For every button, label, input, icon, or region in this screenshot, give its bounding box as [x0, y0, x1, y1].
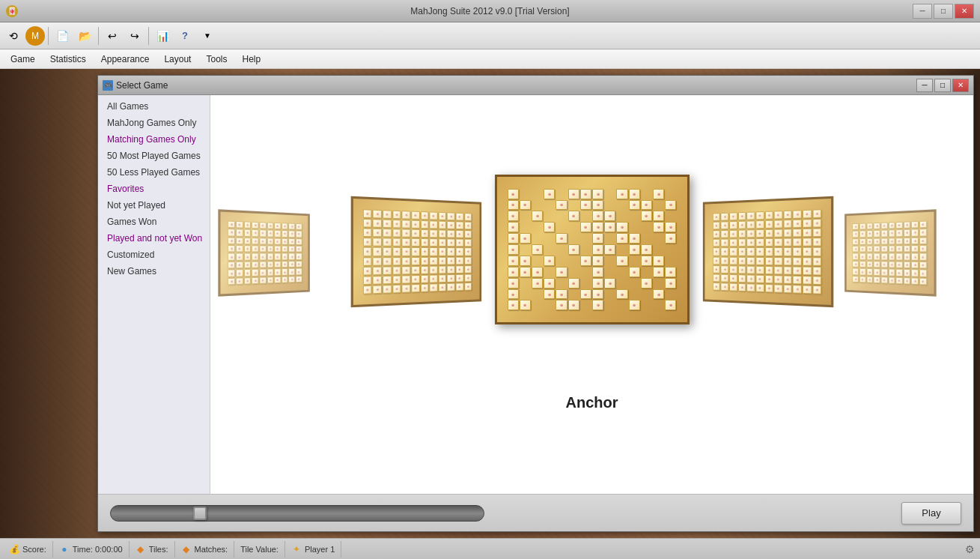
dialog-restore-button[interactable]: □	[934, 79, 951, 92]
game-card-center[interactable]: // Create anchor-like sparse pattern con…	[495, 175, 690, 324]
select-game-dialog: 🎮 Select Game ─ □ ✕ All Games MahJong Ga…	[97, 75, 974, 532]
game-card-left[interactable]: document.write(Array(108).fill('<div sty…	[350, 196, 481, 308]
tiles-label: Tiles:	[149, 545, 168, 554]
help-menu[interactable]: Help	[234, 52, 268, 67]
list-item-customized[interactable]: Customized	[98, 247, 210, 263]
help-button-toolbar[interactable]: ?	[174, 25, 195, 46]
status-bar: 💰 Score: ● Time: 0:00:00 ◆ Tiles: ◆ Matc…	[0, 538, 980, 559]
game-card-far-left[interactable]: document.write(Array(80).fill('<div styl…	[218, 209, 310, 296]
game-menu[interactable]: Game	[3, 52, 43, 67]
close-window-button[interactable]: ✕	[955, 4, 974, 19]
game-card-far-right[interactable]: document.write(Array(80).fill('<div styl…	[844, 209, 937, 296]
window-controls: ─ □ ✕	[913, 4, 974, 19]
status-time: ● Time: 0:00:00	[53, 541, 130, 558]
title-bar: 🀄 MahJong Suite 2012 v9.0 [Trial Version…	[0, 0, 980, 22]
status-player: ✦ Player 1	[285, 541, 341, 558]
status-score: 💰 Score:	[3, 541, 53, 558]
player-icon: ✦	[291, 544, 302, 555]
redo-button[interactable]: ↪	[124, 25, 145, 46]
slider-track[interactable]	[110, 505, 484, 522]
list-item-mahjong-only[interactable]: MahJong Games Only	[98, 115, 210, 131]
stats-button[interactable]: 📊	[152, 25, 173, 46]
game-name: Anchor	[210, 394, 973, 411]
game-list: All Games MahJong Games Only Matching Ga…	[98, 95, 210, 494]
quick-toolbar: ⟲ M 📄 📂 ↩ ↪ 📊 ? ▼	[0, 22, 980, 49]
toolbar-sep-2	[98, 27, 99, 45]
play-button[interactable]: Play	[901, 502, 961, 525]
tools-menu[interactable]: Tools	[198, 52, 234, 67]
appearance-menu[interactable]: Appearance	[94, 52, 157, 67]
dialog-title: Select Game	[116, 80, 168, 91]
game-preview: document.write(Array(80).fill('<div styl…	[210, 95, 973, 494]
list-item-favorites[interactable]: Favorites	[98, 181, 210, 197]
list-item-games-won[interactable]: Games Won	[98, 214, 210, 230]
list-item-matching-only[interactable]: Matching Games Only	[98, 131, 210, 148]
window-title: MahJong Suite 2012 v9.0 [Trial Version]	[410, 6, 569, 16]
list-item-all-games[interactable]: All Games	[98, 98, 210, 115]
toolbar-sep-3	[148, 27, 149, 45]
game-card-right[interactable]: document.write(Array(108).fill('<div sty…	[702, 196, 833, 308]
slider-thumb[interactable]	[193, 507, 207, 520]
status-tiles: ◆ Tiles:	[130, 541, 175, 558]
list-item-not-played[interactable]: Not yet Played	[98, 197, 210, 214]
time-label: Time: 0:00:00	[73, 545, 123, 554]
dialog-close-button[interactable]: ✕	[952, 79, 969, 92]
main-area: 🎮 Select Game ─ □ ✕ All Games MahJong Ga…	[0, 69, 980, 538]
app-logo-button[interactable]: M	[25, 26, 45, 46]
dialog-minimize-button[interactable]: ─	[916, 79, 933, 92]
matches-label: Matches:	[195, 545, 228, 554]
list-item-50-most[interactable]: 50 Most Played Games	[98, 148, 210, 164]
carousel-area: document.write(Array(80).fill('<div styl…	[210, 95, 973, 419]
back-button[interactable]: ⟲	[3, 25, 24, 46]
restore-button[interactable]: □	[934, 4, 953, 19]
score-icon: 💰	[9, 544, 19, 555]
list-item-50-less[interactable]: 50 Less Played Games	[98, 164, 210, 181]
open-button[interactable]: 📂	[74, 25, 95, 46]
dialog-icon: 🎮	[103, 80, 113, 91]
undo-button[interactable]: ↩	[102, 25, 123, 46]
statistics-menu[interactable]: Statistics	[43, 52, 94, 67]
menu-bar: Game Statistics Appearance Layout Tools …	[0, 49, 980, 69]
dialog-content: All Games MahJong Games Only Matching Ga…	[98, 95, 973, 494]
more-button[interactable]: ▼	[197, 25, 218, 46]
tile-value-label: Tile Value:	[240, 545, 279, 554]
list-item-played-not-won[interactable]: Played and not yet Won	[98, 230, 210, 247]
dialog-title-left: 🎮 Select Game	[103, 80, 168, 91]
score-label: Score:	[22, 545, 46, 554]
dialog-titlebar: 🎮 Select Game ─ □ ✕	[98, 76, 973, 95]
status-matches: ◆ Matches:	[175, 541, 235, 558]
time-icon: ●	[59, 544, 70, 555]
app-title-icon: 🀄	[6, 5, 18, 17]
minimize-button[interactable]: ─	[913, 4, 932, 19]
title-bar-left: 🀄	[6, 5, 18, 17]
matches-icon: ◆	[181, 544, 192, 555]
tiles-icon: ◆	[136, 544, 146, 555]
new-button[interactable]: 📄	[52, 25, 73, 46]
player-label: Player 1	[305, 545, 335, 554]
slider-container	[110, 503, 484, 524]
layout-menu[interactable]: Layout	[156, 52, 198, 67]
dialog-bottom: Play	[98, 494, 973, 531]
status-tile-value: Tile Value:	[234, 541, 285, 558]
dialog-controls: ─ □ ✕	[916, 79, 969, 92]
status-bar-right-icon: ⚙	[962, 541, 977, 558]
list-item-new-games[interactable]: New Games	[98, 263, 210, 280]
toolbar-sep-1	[48, 27, 49, 45]
